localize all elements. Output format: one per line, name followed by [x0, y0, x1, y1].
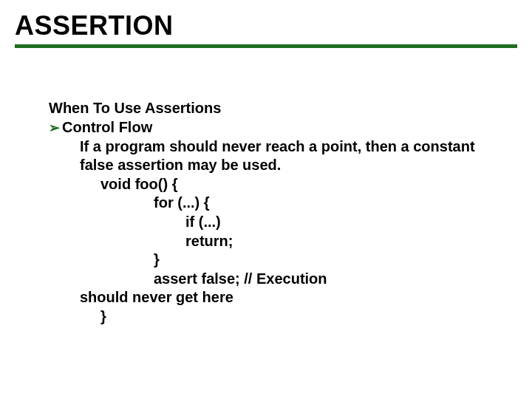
code-line: if (...): [100, 213, 492, 232]
slide: ASSERTION When To Use Assertions ➢ Contr…: [0, 0, 532, 399]
title-underline: [15, 44, 517, 48]
slide-body: When To Use Assertions ➢ Control Flow If…: [49, 99, 492, 327]
code-line: for (...) {: [100, 194, 492, 213]
code-line: should never get here: [49, 288, 492, 307]
slide-title: ASSERTION: [15, 10, 174, 41]
bullet-row: ➢ Control Flow: [49, 118, 492, 137]
bullet-label: Control Flow: [62, 118, 152, 137]
code-line: return;: [100, 232, 492, 251]
code-line: }: [100, 250, 492, 270]
section-heading: When To Use Assertions: [49, 99, 492, 118]
code-line: void foo() {: [100, 175, 492, 194]
code-block: void foo() { for (...) { if (...) return…: [49, 175, 492, 289]
code-line: }: [49, 307, 492, 327]
bullet-description: If a program should never reach a point,…: [49, 137, 492, 175]
arrow-bullet-icon: ➢: [49, 118, 62, 137]
code-line: assert false; // Execution: [100, 270, 492, 289]
